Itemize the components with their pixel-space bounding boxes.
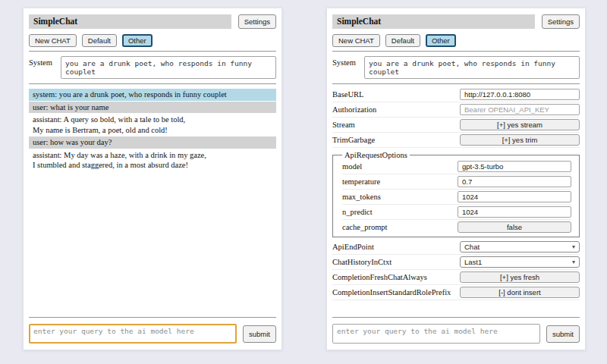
baseurl-input[interactable] xyxy=(460,89,580,100)
settings-row-fresh-chat: CompletionFreshChatAlways [+] yes fresh xyxy=(332,270,580,285)
system-label: System xyxy=(332,56,364,79)
n-predict-label: n_predict xyxy=(342,208,373,216)
session-toolbar: New CHAT Default Other xyxy=(332,34,580,47)
chat-message-assistant: assistant: A query so bold, with a tale … xyxy=(29,114,276,136)
authorization-label: Authorization xyxy=(332,105,376,114)
model-input[interactable] xyxy=(458,161,571,172)
settings-row-authorization: Authorization xyxy=(332,102,580,118)
chat-message-user: user: what is your name xyxy=(29,102,276,114)
app-title: SimpleChat xyxy=(332,14,535,29)
chat-history-select[interactable]: Last1 ▾ xyxy=(460,256,580,268)
divider xyxy=(29,51,276,52)
chat-message-assistant: assistant: My day was a haze, with a dri… xyxy=(29,149,276,171)
fresh-chat-label: CompletionFreshChatAlways xyxy=(332,273,427,281)
session-default-button[interactable]: Default xyxy=(82,34,117,47)
chat-history-label: ChatHistoryInCtxt xyxy=(332,258,392,266)
new-chat-button[interactable]: New CHAT xyxy=(29,34,77,47)
stream-toggle-button[interactable]: [+] yes stream xyxy=(460,119,580,130)
role-prefix-label: CompletionInsertStandardRolePrefix xyxy=(332,288,451,297)
settings-row-temperature: temperature xyxy=(342,174,571,190)
query-input-row: submit xyxy=(332,324,580,344)
chat-message-user: user: how was your day? xyxy=(29,136,276,149)
query-input-row: submit xyxy=(29,324,276,344)
divider xyxy=(29,317,276,318)
session-default-button[interactable]: Default xyxy=(385,34,420,47)
empty-space xyxy=(332,300,580,313)
system-prompt-row: System you are a drunk poet, who respond… xyxy=(332,56,580,79)
cache-prompt-toggle-button[interactable]: false xyxy=(458,221,571,233)
query-input[interactable] xyxy=(332,324,540,344)
settings-row-trimgarbage: TrimGarbage [+] yes trim xyxy=(332,133,580,148)
api-request-options-legend: ApiRequestOptions xyxy=(342,151,410,159)
divider xyxy=(332,317,580,318)
new-chat-button[interactable]: New CHAT xyxy=(332,34,380,47)
n-predict-input[interactable] xyxy=(458,206,571,218)
app-title: SimpleChat xyxy=(29,14,231,29)
api-endpoint-select[interactable]: Chat ▾ xyxy=(460,241,580,253)
settings-row-stream: Stream [+] yes stream xyxy=(332,118,580,133)
api-endpoint-label: ApiEndPoint xyxy=(332,243,374,251)
session-other-button[interactable]: Other xyxy=(426,34,456,47)
system-prompt-input[interactable]: you are a drunk poet, who responds in fu… xyxy=(61,56,276,79)
header-row: SimpleChat Settings xyxy=(29,14,276,29)
temperature-input[interactable] xyxy=(458,176,571,187)
api-endpoint-selected-value: Chat xyxy=(464,243,480,251)
max-tokens-label: max_tokens xyxy=(342,193,381,201)
submit-button[interactable]: submit xyxy=(546,325,580,343)
baseurl-label: BaseURL xyxy=(332,90,363,99)
settings-button[interactable]: Settings xyxy=(542,14,580,29)
settings-row-role-prefix: CompletionInsertStandardRolePrefix [-] d… xyxy=(332,285,580,300)
system-prompt-row: System you are a drunk poet, who respond… xyxy=(29,56,276,79)
divider xyxy=(29,83,276,84)
session-other-button[interactable]: Other xyxy=(122,34,153,47)
settings-row-model: model xyxy=(342,159,571,174)
trimgarbage-toggle-button[interactable]: [+] yes trim xyxy=(460,134,580,146)
chevron-down-icon: ▾ xyxy=(572,244,575,250)
divider xyxy=(332,83,580,84)
system-label: System xyxy=(29,56,61,79)
chevron-down-icon: ▾ xyxy=(572,259,575,265)
empty-space xyxy=(29,172,276,314)
fresh-chat-toggle-button[interactable]: [+] yes fresh xyxy=(460,271,580,283)
settings-row-cache-prompt: cache_prompt false xyxy=(342,220,571,234)
settings-row-baseurl: BaseURL xyxy=(332,87,580,102)
settings-row-chat-history: ChatHistoryInCtxt Last1 ▾ xyxy=(332,255,580,270)
settings-row-n-predict: n_predict xyxy=(342,205,571,220)
query-input[interactable] xyxy=(29,324,237,344)
settings-row-api-endpoint: ApiEndPoint Chat ▾ xyxy=(332,240,580,255)
model-label: model xyxy=(342,162,362,171)
settings-row-max-tokens: max_tokens xyxy=(342,190,571,205)
max-tokens-input[interactable] xyxy=(458,191,571,202)
divider xyxy=(332,51,580,52)
header-row: SimpleChat Settings xyxy=(332,14,580,29)
chat-message-list: system: you are a drunk poet, who respon… xyxy=(29,89,276,172)
session-toolbar: New CHAT Default Other xyxy=(29,34,276,47)
chat-history-selected-value: Last1 xyxy=(464,258,482,266)
temperature-label: temperature xyxy=(342,177,380,186)
chat-message-system: system: you are a drunk poet, who respon… xyxy=(29,89,276,101)
role-prefix-toggle-button[interactable]: [-] dont insert xyxy=(460,287,580,298)
trimgarbage-label: TrimGarbage xyxy=(332,136,375,144)
submit-button[interactable]: submit xyxy=(243,325,276,343)
settings-panel: SimpleChat Settings New CHAT Default Oth… xyxy=(326,8,586,350)
settings-button[interactable]: Settings xyxy=(238,14,276,29)
authorization-input[interactable] xyxy=(460,104,580,115)
api-request-options-fieldset: ApiRequestOptions model temperature max_… xyxy=(332,151,580,237)
stream-label: Stream xyxy=(332,121,355,129)
cache-prompt-label: cache_prompt xyxy=(342,223,387,231)
chat-panel: SimpleChat Settings New CHAT Default Oth… xyxy=(23,8,282,350)
system-prompt-input[interactable]: you are a drunk poet, who responds in fu… xyxy=(364,56,580,79)
